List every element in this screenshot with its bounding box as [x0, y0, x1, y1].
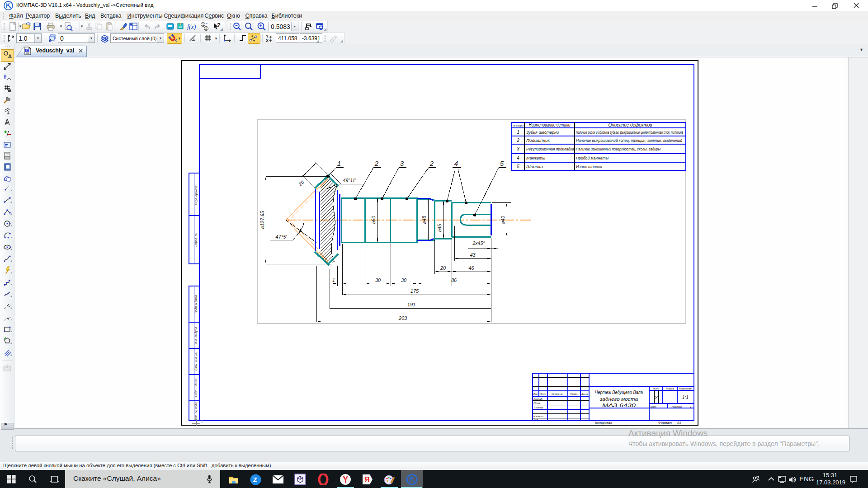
svg-text:Т.контр.: Т.контр. — [533, 406, 544, 409]
svg-text:4: 4 — [517, 155, 519, 160]
svg-text:2: 2 — [429, 160, 434, 167]
svg-text:Чертеж Ведущего Вала: Чертеж Ведущего Вала — [595, 389, 643, 395]
svg-text:Подшипник: Подшипник — [526, 138, 550, 143]
svg-text:Я: Я — [364, 476, 370, 483]
svg-text:Y: Y — [266, 34, 269, 38]
svg-text:1: 1 — [690, 405, 691, 408]
svg-text:5: 5 — [517, 164, 519, 169]
svg-text:МАЗ 6430: МАЗ 6430 — [602, 403, 636, 408]
svg-text:Манжеты: Манжеты — [526, 155, 545, 160]
svg-text:Пробой манжеты: Пробой манжеты — [576, 155, 609, 160]
svg-text:175: 175 — [410, 288, 419, 294]
svg-text:?: ? — [179, 23, 181, 27]
svg-text:заднего моста: заднего моста — [599, 396, 638, 402]
svg-text:Разраб.: Разраб. — [533, 398, 543, 400]
svg-text:1: 1 — [332, 277, 335, 283]
svg-text:Листов: Листов — [671, 405, 682, 408]
svg-text:1: 1 — [202, 23, 204, 27]
svg-text:Н.контр.: Н.контр. — [533, 415, 544, 418]
svg-text:Масса: Масса — [666, 387, 674, 390]
svg-text:2: 2 — [516, 138, 519, 143]
svg-text:X: X — [266, 38, 269, 43]
svg-text:Справ. №: Справ. № — [194, 233, 198, 247]
svg-text:Подп.: Подп. — [571, 393, 578, 395]
svg-text:1: 1 — [517, 130, 519, 135]
svg-text:Наличие выкрашиваний колец, тр: Наличие выкрашиваний колец, трещин, вмят… — [576, 138, 683, 143]
svg-text:X: X — [201, 419, 203, 423]
svg-text:46: 46 — [468, 265, 474, 271]
svg-text:Зубья шестерни: Зубья шестерни — [526, 130, 559, 135]
svg-text:49°11': 49°11' — [343, 178, 357, 183]
svg-text:⌀50: ⌀50 — [371, 216, 376, 225]
svg-text:Дата: Дата — [581, 393, 588, 395]
svg-text:203: 203 — [398, 315, 407, 321]
svg-text:3: 3 — [400, 160, 404, 167]
svg-text:Наличие изношенных поверхносте: Наличие изношенных поверхностей, сколы, … — [576, 146, 660, 151]
svg-text:Утв.: Утв. — [533, 418, 539, 421]
svg-text:Инв. № дубл.: Инв. № дубл. — [194, 326, 198, 344]
svg-text:⌀48: ⌀48 — [421, 216, 427, 225]
svg-text:2: 2 — [205, 27, 208, 31]
svg-text:30: 30 — [401, 277, 407, 283]
svg-text:Регулировочная прокладка: Регулировочная прокладка — [526, 146, 574, 151]
svg-text:f(x): f(x) — [187, 23, 196, 31]
svg-text:20: 20 — [440, 265, 446, 271]
svg-text:№ опоры: № опоры — [513, 124, 524, 127]
svg-text:3: 3 — [517, 146, 519, 151]
svg-text:43: 43 — [470, 252, 476, 258]
svg-text:А3: А3 — [676, 421, 681, 425]
svg-text:86: 86 — [451, 277, 457, 283]
svg-text:⌀127.65: ⌀127.65 — [259, 211, 265, 229]
svg-text:Описание дефектов: Описание дефектов — [609, 122, 652, 127]
svg-text:Пров.: Пров. — [533, 402, 541, 404]
svg-text:Взам. инв. №: Взам. инв. № — [194, 352, 198, 371]
svg-text:Лит.: Лит. — [652, 387, 659, 390]
svg-text:Копировал: Копировал — [595, 421, 612, 425]
svg-text:1: 1 — [337, 160, 341, 167]
svg-text:Износ шпонки: Износ шпонки — [576, 164, 603, 169]
svg-text:47°5': 47°5' — [276, 234, 288, 239]
svg-text:Подп. и дата: Подп. и дата — [194, 295, 198, 313]
svg-text:Подп. и дата: Подп. и дата — [194, 378, 198, 397]
svg-text:Лист: Лист — [649, 405, 656, 408]
svg-text:Наименование детали: Наименование детали — [529, 122, 571, 127]
svg-text:?: ? — [217, 22, 221, 28]
svg-text:Z: Z — [253, 476, 257, 483]
svg-text:191: 191 — [407, 302, 415, 307]
svg-text:2: 2 — [374, 160, 379, 167]
svg-text:Изм.: Изм. — [533, 393, 538, 395]
svg-text:Лист: Лист — [540, 393, 546, 395]
svg-text:1:1: 1:1 — [682, 395, 689, 400]
svg-text:Шпонка: Шпонка — [526, 164, 543, 169]
svg-text:Наличие рисок и обломов зубьев: Наличие рисок и обломов зубьев. Выкрашив… — [576, 131, 683, 135]
svg-text:№ докум.: № докум. — [552, 393, 563, 395]
svg-text:Масштаб: Масштаб — [679, 387, 692, 390]
svg-text:30: 30 — [375, 277, 381, 283]
svg-text:Формат: Формат — [658, 421, 672, 425]
svg-text:Инв. № подл.: Инв. № подл. — [194, 402, 198, 420]
svg-text:5: 5 — [500, 160, 504, 167]
svg-text:Перв. примен.: Перв. примен. — [194, 185, 198, 205]
svg-text:⌀40: ⌀40 — [500, 216, 505, 225]
svg-text:⌀45: ⌀45 — [437, 224, 442, 233]
svg-text:4: 4 — [454, 160, 458, 167]
svg-text:2x45°: 2x45° — [472, 240, 485, 246]
